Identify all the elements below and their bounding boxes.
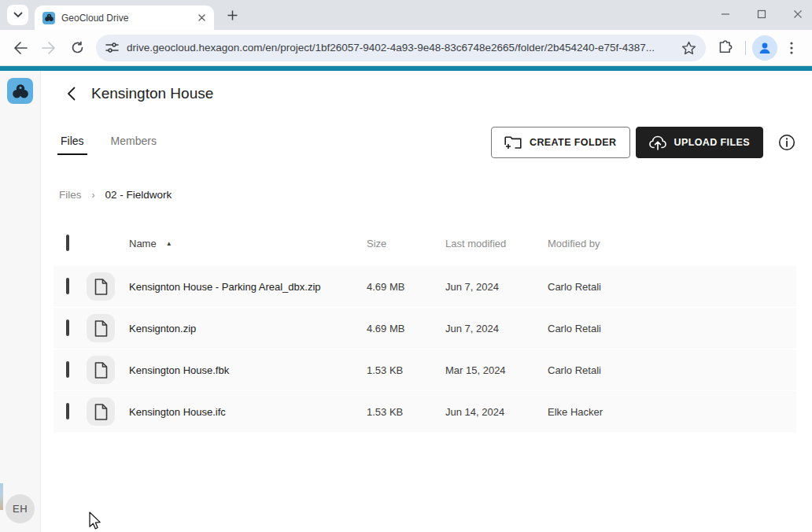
plus-icon: [227, 10, 238, 20]
table-row[interactable]: Kensington House.fbk 1.53 KB Mar 15, 202…: [54, 349, 796, 390]
table-row[interactable]: Kensignton House - Parking Areal_dbx.zip…: [54, 266, 796, 307]
window-close-button[interactable]: [790, 6, 806, 22]
row-checkbox[interactable]: [66, 320, 69, 336]
new-tab-button[interactable]: [222, 5, 242, 25]
breadcrumb: Files › 02 - Fieldwork: [59, 189, 796, 201]
file-name[interactable]: Kensignton.zip: [129, 323, 367, 334]
page-header: Kensington House: [59, 82, 796, 105]
app-body: EH Kensington House Files Members CREATE…: [0, 71, 812, 532]
file-modified-date: Jun 14, 2024: [445, 406, 548, 418]
toolbar-separator: [745, 41, 746, 55]
tab-files[interactable]: Files: [59, 131, 86, 155]
file-icon: [87, 397, 115, 426]
breadcrumb-separator-icon: ›: [92, 190, 95, 201]
file-modified-by: Carlo Retali: [548, 364, 796, 376]
table-row[interactable]: Kensington House.ifc 1.53 KB Jun 14, 202…: [54, 391, 796, 432]
file-modified-date: Jun 7, 2024: [445, 323, 548, 334]
file-modified-by: Carlo Retali: [548, 281, 796, 293]
forward-button[interactable]: [36, 35, 61, 61]
file-table: Name ▲ Size Last modified Modified by Ke…: [54, 231, 796, 432]
file-name[interactable]: Kensington House.fbk: [129, 364, 367, 376]
row-checkbox[interactable]: [66, 278, 69, 294]
window-minimize-button[interactable]: [718, 6, 733, 22]
file-modified-date: Mar 15, 2024: [445, 364, 548, 376]
site-settings-icon[interactable]: [105, 42, 119, 54]
file-icon: [87, 356, 115, 384]
create-folder-button[interactable]: CREATE FOLDER: [491, 127, 630, 158]
file-size: 4.69 MB: [367, 281, 445, 293]
file-icon: [87, 272, 115, 301]
create-folder-label: CREATE FOLDER: [530, 137, 617, 148]
file-modified-by: Elke Hacker: [548, 406, 796, 418]
main-content: Kensington House Files Members CREATE FO…: [41, 71, 812, 532]
table-header-row: Name ▲ Size Last modified Modified by: [54, 231, 796, 256]
upload-cloud-icon: [649, 135, 666, 150]
info-icon: [778, 134, 795, 151]
column-header-size[interactable]: Size: [367, 238, 445, 249]
create-folder-icon: [504, 135, 522, 150]
column-header-modified[interactable]: Last modified: [445, 238, 548, 249]
info-button[interactable]: [777, 133, 796, 152]
file-size: 4.69 MB: [367, 323, 445, 334]
page-title: Kensington House: [91, 85, 213, 102]
chevron-left-icon: [67, 87, 76, 101]
name-header-label: Name: [129, 238, 157, 249]
select-all-checkbox[interactable]: [66, 235, 69, 251]
extensions-icon[interactable]: [712, 35, 737, 61]
window-maximize-button[interactable]: [754, 6, 770, 22]
column-header-modified-by[interactable]: Modified by: [548, 238, 796, 249]
back-arrow-button[interactable]: [61, 83, 81, 104]
browser-tab-strip: GeoCloud Drive: [0, 0, 812, 30]
app-sidebar: EH: [0, 71, 41, 532]
tab-title: GeoCloud Drive: [61, 13, 195, 24]
tab-search-button[interactable]: [7, 5, 28, 25]
bookmark-star-icon[interactable]: [681, 41, 696, 55]
chevron-down-icon: [13, 12, 23, 18]
geocloud-logo-icon[interactable]: [7, 78, 33, 104]
sort-ascending-icon: ▲: [166, 240, 172, 247]
browser-menu-kebab-icon[interactable]: [779, 35, 804, 61]
browser-profile-avatar[interactable]: [752, 35, 777, 61]
column-header-name[interactable]: Name ▲: [129, 238, 367, 249]
actions-row: Files Members CREATE FOLDER UPLOAD FILES: [59, 127, 796, 158]
upload-files-button[interactable]: UPLOAD FILES: [636, 127, 763, 158]
address-bar[interactable]: drive.geocloud.hexagon.com/en/project/1b…: [96, 35, 706, 61]
row-checkbox[interactable]: [66, 361, 69, 378]
window-controls: [718, 6, 806, 22]
browser-toolbar: drive.geocloud.hexagon.com/en/project/1b…: [0, 30, 812, 66]
tab-close-icon[interactable]: [195, 12, 208, 24]
file-modified-date: Jun 7, 2024: [445, 281, 548, 293]
back-button[interactable]: [8, 35, 33, 61]
browser-tab-geocloud-drive[interactable]: GeoCloud Drive: [35, 6, 214, 30]
table-row[interactable]: Kensignton.zip 4.69 MB Jun 7, 2024 Carlo…: [54, 308, 796, 349]
user-avatar[interactable]: EH: [6, 494, 35, 523]
breadcrumb-root[interactable]: Files: [59, 189, 82, 201]
toolbar-right-cluster: [710, 35, 806, 61]
file-size: 1.53 KB: [367, 364, 445, 376]
geocloud-favicon-icon: [42, 12, 55, 24]
section-tabs: Files Members: [59, 131, 182, 155]
breadcrumb-current: 02 - Fieldwork: [105, 189, 172, 201]
file-modified-by: Carlo Retali: [548, 323, 796, 334]
tab-members[interactable]: Members: [109, 131, 158, 155]
row-checkbox[interactable]: [66, 403, 69, 419]
url-text[interactable]: drive.geocloud.hexagon.com/en/project/1b…: [127, 42, 681, 54]
reload-button[interactable]: [65, 35, 90, 61]
file-size: 1.53 KB: [367, 406, 445, 418]
background-sliver: [0, 483, 3, 510]
file-name[interactable]: Kensington House.ifc: [129, 406, 367, 418]
file-name[interactable]: Kensignton House - Parking Areal_dbx.zip: [129, 281, 367, 293]
file-icon: [87, 314, 115, 342]
upload-files-label: UPLOAD FILES: [674, 137, 750, 148]
